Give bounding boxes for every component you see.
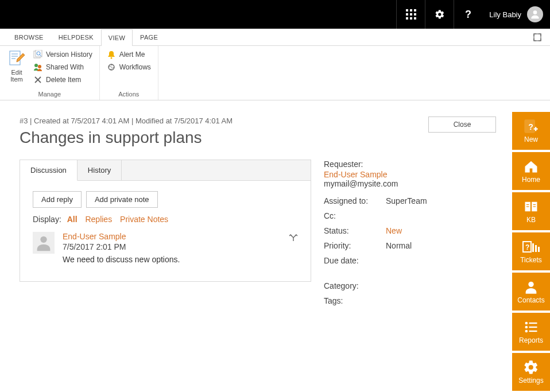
ribbon: Edit Item Version History Shared With De… [0,46,550,100]
requester-link[interactable]: End-User Sample [324,170,388,179]
help-icon[interactable]: ? [454,0,482,29]
card-tab-history[interactable]: History [78,160,122,180]
requester-email: mymail@mysite.com [324,179,530,188]
post-timestamp: 7/5/2017 2:01 PM [63,242,180,251]
svg-point-26 [40,236,47,243]
shared-with-button[interactable]: Shared With [31,61,95,73]
svg-rect-35 [532,243,534,252]
rail-reports[interactable]: Reports [512,313,550,351]
fullscreen-icon[interactable] [525,29,550,45]
rail-home[interactable]: Home [512,152,550,190]
svg-rect-40 [529,323,537,324]
svg-point-41 [525,326,528,329]
cc-label: Cc: [324,211,386,220]
ribbon-tabs: BROWSE HELPDESK VIEW PAGE [0,29,550,46]
svg-point-10 [533,10,537,14]
version-history-button[interactable]: Version History [31,48,95,61]
right-rail: ? New Home KB ? Tickets Contacts Reports… [512,112,550,391]
priority-label: Priority: [324,241,386,250]
svg-rect-11 [534,34,541,41]
tab-view[interactable]: VIEW [101,29,133,46]
group-label-actions: Actions [104,90,153,99]
tab-helpdesk[interactable]: HELPDESK [51,29,101,45]
svg-text:?: ? [465,9,471,20]
post-body: We need to discuss new options. [63,255,180,264]
discussion-post: End-User Sample 7/5/2017 2:01 PM We need… [33,232,298,264]
tags-label: Tags: [324,296,386,305]
requester-label: Requester: [324,160,530,169]
filter-all[interactable]: All [67,215,78,224]
svg-rect-7 [410,17,412,20]
status-value: New [386,226,402,235]
rail-kb[interactable]: KB [512,192,550,230]
top-bar: ? Lily Babiy [0,0,550,29]
avatar-icon [33,232,55,254]
svg-point-38 [528,282,533,287]
svg-rect-3 [406,13,408,15]
edit-item-label: Edit Item [10,69,22,83]
display-label: Display: [33,215,61,224]
rail-contacts[interactable]: Contacts [512,273,550,311]
alert-me-button[interactable]: Alert Me [104,48,153,61]
group-label-manage: Manage [5,90,95,99]
due-date-label: Due date: [324,256,386,265]
discussion-card: Discussion History Add reply Add private… [20,160,311,282]
tab-page[interactable]: PAGE [133,29,165,45]
content: #3 | Created at 7/5/2017 4:01 AM | Modif… [0,100,550,311]
svg-rect-44 [529,331,537,332]
svg-rect-42 [529,327,537,328]
svg-rect-5 [414,13,416,15]
svg-point-24 [110,57,112,59]
filter-replies[interactable]: Replies [85,215,112,224]
add-private-note-button[interactable]: Add private note [86,191,158,208]
filter-private-notes[interactable]: Private Notes [120,215,168,224]
svg-point-20 [34,64,38,67]
rail-settings[interactable]: Settings [512,353,550,391]
delete-item-button[interactable]: Delete Item [31,73,95,86]
svg-point-39 [525,322,528,325]
ribbon-group-actions: Alert Me Workflows Actions [100,46,158,100]
status-label: Status: [324,226,386,235]
svg-rect-2 [414,9,416,11]
svg-point-43 [525,330,528,333]
svg-point-21 [38,65,41,68]
svg-rect-6 [406,17,408,20]
ticket-details: Requester: End-User Sample mymail@mysite… [324,160,530,311]
rail-new[interactable]: ? New [512,112,550,150]
svg-rect-37 [538,247,540,252]
gear-icon[interactable] [425,0,454,29]
assigned-label: Assigned to: [324,196,386,205]
user-menu[interactable]: Lily Babiy [482,6,550,22]
workflows-button[interactable]: Workflows [104,61,153,73]
ribbon-group-manage: Edit Item Version History Shared With De… [0,46,100,100]
post-author[interactable]: End-User Sample [63,232,180,241]
avatar-icon [527,6,543,22]
svg-rect-8 [414,17,416,20]
priority-value: Normal [386,241,412,250]
svg-rect-4 [410,13,412,15]
assigned-value: SuperTeam [386,196,427,205]
edit-item-button[interactable]: Edit Item [5,48,29,90]
svg-rect-36 [535,245,537,252]
user-name: Lily Babiy [489,10,521,19]
card-tab-discussion[interactable]: Discussion [20,160,78,181]
rail-tickets[interactable]: ? Tickets [512,232,550,270]
app-launcher-icon[interactable] [396,0,425,29]
split-icon[interactable] [289,233,298,244]
category-label: Category: [324,281,386,290]
close-button[interactable]: Close [428,117,496,133]
add-reply-button[interactable]: Add reply [33,191,82,208]
tab-browse[interactable]: BROWSE [7,29,51,45]
svg-rect-0 [406,9,408,11]
svg-text:?: ? [528,122,533,131]
svg-text:?: ? [525,243,529,251]
svg-rect-1 [410,9,412,11]
